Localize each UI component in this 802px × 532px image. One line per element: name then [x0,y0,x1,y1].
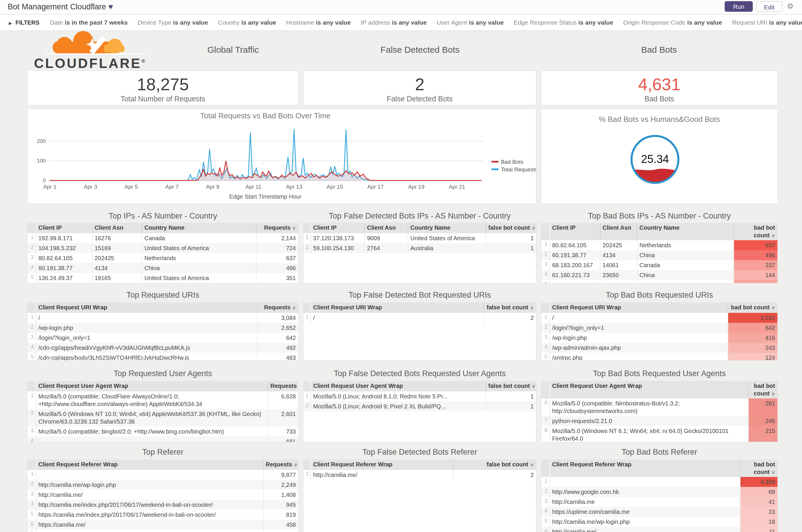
column-header[interactable]: false bot count∨ [486,223,536,233]
table-cell: 458 [263,519,298,529]
sort-desc-icon[interactable]: ∨ [771,391,775,396]
svg-text:Total Requests: Total Requests [501,166,536,173]
column-header[interactable]: Client Asn [600,223,637,240]
table-top-ips: Client IPClient AsnCountry NameRequests∨… [27,223,299,284]
table-cell: 3,084 [257,312,298,323]
table-cell: 202425 [92,253,142,263]
column-header[interactable]: Client Asn [92,223,142,233]
column-header[interactable]: Requests∨ [257,303,298,312]
table-row: 5http://camilia.me/wp-login.php18 [541,517,777,527]
filter-item[interactable]: Countryis any value [218,19,276,26]
sort-desc-icon[interactable]: ∨ [292,225,296,231]
filter-item[interactable]: Hostnameis any value [286,19,351,26]
table-cell: 68.183.200.167 [550,260,600,270]
edit-button[interactable]: Edit [756,1,782,12]
column-header[interactable]: Client Request URI Wrap [310,303,483,312]
table-cell: 637 [256,253,298,263]
table-cell: http://camilia.me/wp-login.php [550,517,740,527]
gear-icon[interactable]: ⚙ [787,2,794,11]
table-cell: Mozilla/5.0 (Linux; Android 8.1.0; Redmi… [310,391,486,401]
column-header[interactable]: Requests∨ [268,381,298,391]
column-header[interactable]: Client Request User Agent Wrap [36,381,268,391]
column-header[interactable]: Client IP [550,223,600,240]
filter-item[interactable]: Request URIis any value [732,19,802,26]
column-header[interactable]: Requests∨ [256,223,298,233]
filter-item[interactable]: IP addressis any value [361,19,427,26]
table-cell: Canada [637,260,733,270]
table-cell: Mozilla/5.0 (Windows NT 10.0; Win64; x64… [36,408,268,426]
sort-desc-icon[interactable]: ∨ [532,383,535,389]
filter-item[interactable]: Dateis in the past 7 weeks [50,19,128,26]
sort-desc-icon[interactable]: ∨ [532,225,535,231]
table-row: 380.82.64.105202425Netherlands637 [27,253,298,263]
svg-text:Apr 7: Apr 7 [165,184,178,190]
section-title: Top False Detected Bots IPs - AS Number … [303,211,537,220]
page-title: Bot Management Cloudflare ♥ [7,2,113,11]
kpi-label: Total Number of Requests [27,95,298,103]
column-header[interactable]: Client Request Referer Wrap [36,460,263,470]
sort-desc-icon[interactable]: ∨ [294,462,297,468]
column-header[interactable]: Client Request Referer Wrap [310,460,453,470]
table-cell: 261 [748,398,777,416]
table-cell: China [142,263,256,273]
column-header[interactable]: Client Request URI Wrap [550,303,728,312]
column-header[interactable]: Country Name [408,223,486,233]
top-bar: Bot Management Cloudflare ♥ Run Edit ⚙ [0,0,802,15]
table-cell: 733 [268,426,298,436]
filters-expand-icon[interactable]: ▶ [9,21,12,25]
filters-label[interactable]: FILTERS [16,19,40,26]
table-cell: 192.99.8.171 [36,233,92,243]
column-header[interactable]: Client IP [36,223,92,233]
column-header[interactable]: Country Name [637,223,733,240]
column-header[interactable]: false bot count∨ [486,381,536,391]
column-header[interactable]: Client Request URI Wrap [36,303,257,312]
table-row: 137.120.138.1739009United States of Amer… [303,233,536,243]
sort-desc-icon[interactable]: ∨ [771,305,775,310]
column-header[interactable]: Requests∨ [263,460,298,470]
table-top-uris: Client Request URI WrapRequests∨1/3,0842… [27,302,299,361]
sort-desc-icon[interactable]: ∨ [530,462,534,468]
gauge-value: 25.34 [641,153,669,165]
sort-desc-icon[interactable]: ∨ [771,232,775,238]
table-row: 4/cdn-cgi/apps/head/xVgyKhR-vV3dAUGhMqfB… [27,342,298,353]
column-header[interactable]: bad bot count∨ [733,223,777,240]
svg-text:Apr 13: Apr 13 [286,184,302,190]
table-row: 7python-requests/2.21.0245 [541,416,777,426]
filter-item[interactable]: Edge Response Statusis any value [514,19,613,26]
svg-text:Total Requests vs Bad Bots Ove: Total Requests vs Bad Bots Over Time [200,111,330,120]
svg-text:Apr 1: Apr 1 [43,184,56,190]
sort-desc-icon[interactable]: ∨ [292,305,296,310]
table-row: 7http://camilia.me/index.php/2017/05/14/… [27,529,298,532]
filter-item[interactable]: Origin Response Codeis any value [623,19,722,26]
column-header[interactable]: Client Asn [364,223,408,233]
table-bad-bot-ips: Client IPClient AsnCountry Namebad bot c… [541,223,778,284]
column-header[interactable]: Client Request Referer Wrap [550,460,740,477]
filter-item[interactable]: User Agentis any value [437,19,504,26]
kpi-total-requests: 18,275 Total Number of Requests [27,70,299,106]
table-row: 2/wp-login.php2,652 [27,323,298,332]
column-header[interactable]: Client Request User Agent Wrap [310,381,486,391]
column-header[interactable]: bad bot count∨ [740,460,777,477]
filter-item[interactable]: Device Typeis any value [138,19,208,26]
column-header[interactable]: false bot count∨ [453,460,536,470]
section-title: Top Bad Bots IPs - AS Number - Country [541,211,778,220]
table-cell: http://camilia.me [550,497,740,507]
table-row: 3http://camilia.me/1,408 [27,490,298,499]
column-header[interactable]: false bot count∨ [483,303,536,312]
table-cell: / [310,312,483,323]
table-cell: 1 [486,401,536,411]
run-button[interactable]: Run [725,1,753,12]
table-cell: https://camilia.me/ [36,519,263,529]
timeseries-chart[interactable]: Total Requests vs Bad Bots Over Time0100… [27,109,536,203]
column-header[interactable]: Client IP [310,223,364,233]
sort-desc-icon[interactable]: ∨ [771,469,775,475]
column-header[interactable]: Client Request User Agent Wrap [550,381,748,398]
table-row: 2http://camilia.me/wp-login.php2,249 [27,479,298,490]
column-header[interactable]: bad bot count∨ [748,381,777,398]
table-cell: 284 [263,529,298,532]
column-header[interactable]: bad bot count∨ [728,303,777,312]
table-cell: http://www.google.com.hk [550,487,740,497]
sort-desc-icon[interactable]: ∨ [530,305,534,310]
table-cell: 18 [740,517,777,527]
column-header[interactable]: Country Name [142,223,256,233]
